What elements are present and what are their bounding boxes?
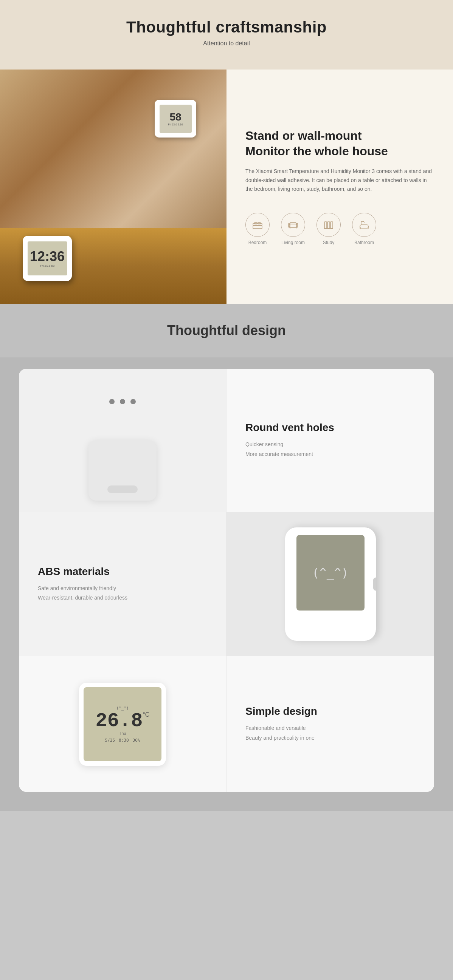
vent-description: Quicker sensing More accurate measuremen… <box>246 440 415 459</box>
device-side-image: (^_^) <box>285 527 376 641</box>
display-bottom-info: 5/25 8:30 36% <box>105 738 140 743</box>
mount-photo-background: 58 Fri 23:6 2:16 12:36 Fri 2:16 58 <box>0 70 226 304</box>
wall-device-info: Fri 23:6 2:16 <box>168 123 183 126</box>
table-device-time: 12:36 <box>30 250 65 263</box>
smiley-face: (^_^) <box>312 566 348 580</box>
craftsmanship-section: Thoughtful craftsmanship Attention to de… <box>0 0 453 70</box>
room-icons-container: Bedroom Living room <box>246 213 434 245</box>
design-header-title: Thoughtful design <box>8 323 445 339</box>
display-date: 5/25 <box>105 738 115 743</box>
room-icon-living: Living room <box>281 213 305 245</box>
design-header-section: Thoughtful design <box>0 304 453 357</box>
bedroom-label: Bedroom <box>249 240 267 245</box>
vent-title: Round vent holes <box>246 422 415 434</box>
table-device-info: Fri 2:16 58 <box>40 264 54 267</box>
wall-device-temp: 58 <box>169 112 181 123</box>
vent-text-cell: Round vent holes Quicker sensing More ac… <box>226 369 434 512</box>
svg-rect-11 <box>290 223 296 224</box>
simple-title: Simple design <box>246 705 415 718</box>
abs-title: ABS materials <box>38 566 207 578</box>
books-icon <box>322 219 335 231</box>
study-label: Study <box>323 240 335 245</box>
device-display: (^_^) 26.8 °C Thu 5/25 8:30 36% <box>79 682 166 766</box>
bed-icon <box>252 219 263 231</box>
mount-heading: Stand or wall-mount Monitor the whole ho… <box>246 128 434 159</box>
display-time: 8:30 <box>119 738 129 743</box>
mount-image-side: 58 Fri 23:6 2:16 12:36 Fri 2:16 58 <box>0 70 226 304</box>
svg-rect-14 <box>330 222 333 229</box>
device-side-outer: (^_^) <box>285 527 376 641</box>
svg-rect-0 <box>253 226 262 229</box>
craftsmanship-subtitle: Attention to detail <box>8 40 445 47</box>
vent-hole-3 <box>131 399 136 404</box>
bathroom-label: Bathroom <box>354 240 374 245</box>
simple-description: Fashionable and versatile Beauty and pra… <box>246 724 415 742</box>
room-icon-bathroom: Bathroom <box>352 213 376 245</box>
wall-device-screen: 58 Fri 23:6 2:16 <box>160 105 192 133</box>
vent-hole-1 <box>109 399 115 404</box>
device-side-cell: (^_^) <box>226 512 434 656</box>
table-device-screen: 12:36 Fri 2:16 58 <box>28 242 67 275</box>
mount-text-side: Stand or wall-mount Monitor the whole ho… <box>226 70 453 304</box>
display-image-cell: (^_^) 26.8 °C Thu 5/25 8:30 36% <box>19 656 226 792</box>
study-icon-circle <box>316 213 341 237</box>
bedroom-icon-circle <box>246 213 270 237</box>
device-stand <box>107 485 138 493</box>
abs-text-cell: ABS materials Safe and environmentally f… <box>19 512 226 656</box>
wall-mounted-device: 58 Fri 23:6 2:16 <box>155 100 196 137</box>
simple-text-cell: Simple design Fashionable and versatile … <box>226 656 434 792</box>
display-humidity: 36% <box>133 738 140 743</box>
living-icon-circle <box>281 213 305 237</box>
living-label: Living room <box>281 240 305 245</box>
svg-rect-12 <box>324 222 327 229</box>
table-device: 12:36 Fri 2:16 58 <box>23 236 72 281</box>
svg-rect-6 <box>289 224 297 228</box>
design-grid-section: Round vent holes Quicker sensing More ac… <box>0 357 453 811</box>
abs-description: Safe and environmentally friendly Wear-r… <box>38 584 207 603</box>
svg-rect-16 <box>360 225 368 228</box>
design-grid: Round vent holes Quicker sensing More ac… <box>19 369 434 792</box>
room-icon-study: Study <box>316 213 341 245</box>
device-side-button <box>373 578 376 591</box>
display-screen: (^_^) 26.8 °C Thu 5/25 8:30 36% <box>84 687 161 761</box>
vent-hole-2 <box>120 399 125 404</box>
device-back-view <box>88 440 156 501</box>
mount-section: 58 Fri 23:6 2:16 12:36 Fri 2:16 58 Stand… <box>0 70 453 304</box>
device-side-screen: (^_^) <box>297 535 365 611</box>
room-icon-bedroom: Bedroom <box>246 213 270 245</box>
vent-image-cell <box>19 369 226 512</box>
display-temperature: 26.8 <box>96 711 143 731</box>
bathroom-icon-circle <box>352 213 376 237</box>
vent-holes-display <box>109 399 136 404</box>
sofa-icon <box>287 219 299 231</box>
display-unit: °C <box>142 711 149 718</box>
bath-icon <box>358 219 370 231</box>
mount-description: The Xiaomi Smart Temperature and Humidit… <box>246 167 434 194</box>
craftsmanship-title: Thoughtful craftsmanship <box>8 18 445 36</box>
display-day: Thu <box>119 731 126 735</box>
design-card: Round vent holes Quicker sensing More ac… <box>19 369 434 792</box>
svg-rect-13 <box>327 222 330 229</box>
